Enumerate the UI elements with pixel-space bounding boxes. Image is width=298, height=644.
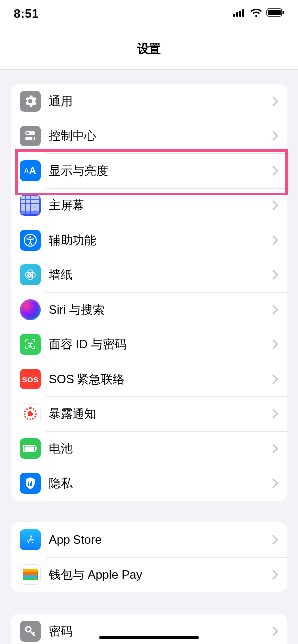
settings-row-label: 通用 bbox=[49, 93, 272, 109]
chevron-right-icon bbox=[272, 374, 278, 384]
settings-row-label: 显示与亮度 bbox=[49, 163, 272, 179]
status-icons bbox=[233, 8, 284, 19]
chevron-right-icon bbox=[272, 235, 278, 245]
text-size-icon: AA bbox=[20, 160, 41, 181]
wallpaper-icon bbox=[20, 264, 41, 285]
key-icon bbox=[20, 621, 41, 642]
switches-icon bbox=[20, 126, 41, 146]
settings-row-label: 控制中心 bbox=[49, 128, 272, 144]
wifi-icon bbox=[250, 8, 262, 19]
settings-row-display-brightness[interactable]: AA 显示与亮度 bbox=[11, 153, 287, 188]
navbar: 设置 bbox=[0, 27, 298, 70]
svg-rect-3 bbox=[242, 9, 244, 17]
chevron-right-icon bbox=[272, 305, 278, 315]
exposure-icon bbox=[20, 403, 41, 424]
svg-point-19 bbox=[31, 343, 32, 344]
settings-row-label: SOS 紧急联络 bbox=[49, 371, 272, 387]
settings-group-2: App Store 钱包与 Apple Pay bbox=[11, 522, 287, 592]
faceid-icon bbox=[20, 334, 41, 355]
settings-group-1: 通用 控制中心 AA 显示与亮度 主屏幕 bbox=[11, 84, 287, 501]
wallet-icon bbox=[20, 564, 41, 585]
settings-row-appstore[interactable]: App Store bbox=[11, 522, 287, 557]
content-area: 通用 控制中心 AA 显示与亮度 主屏幕 bbox=[0, 70, 298, 644]
settings-row-accessibility[interactable]: 辅助功能 bbox=[11, 223, 287, 258]
settings-row-general[interactable]: 通用 bbox=[11, 84, 287, 119]
status-time: 8:51 bbox=[14, 7, 39, 21]
accessibility-icon bbox=[20, 230, 41, 251]
svg-point-12 bbox=[29, 236, 31, 238]
chevron-right-icon bbox=[272, 570, 278, 580]
battery-icon bbox=[20, 438, 41, 459]
svg-point-18 bbox=[28, 343, 29, 344]
chevron-right-icon bbox=[272, 535, 278, 545]
settings-row-battery[interactable]: 电池 bbox=[11, 431, 287, 466]
chevron-right-icon bbox=[272, 96, 278, 106]
settings-row-wallpaper[interactable]: 墙纸 bbox=[11, 258, 287, 292]
settings-row-passwords[interactable]: 密码 bbox=[11, 614, 287, 644]
settings-row-siri[interactable]: Siri 与搜索 bbox=[11, 292, 287, 327]
sos-icon: SOS bbox=[20, 369, 41, 389]
chevron-right-icon bbox=[272, 131, 278, 141]
chevron-right-icon bbox=[272, 409, 278, 419]
chevron-right-icon bbox=[272, 478, 278, 488]
settings-row-privacy[interactable]: 隐私 bbox=[11, 466, 287, 501]
settings-row-home-screen[interactable]: 主屏幕 bbox=[11, 188, 287, 223]
settings-row-label: 面容 ID 与密码 bbox=[49, 336, 272, 352]
svg-rect-0 bbox=[233, 14, 235, 17]
settings-row-control-center[interactable]: 控制中心 bbox=[11, 119, 287, 153]
chevron-right-icon bbox=[272, 200, 278, 210]
home-indicator[interactable] bbox=[99, 636, 199, 639]
svg-rect-22 bbox=[36, 447, 38, 450]
svg-rect-21 bbox=[25, 447, 34, 451]
appstore-icon bbox=[20, 529, 41, 550]
chevron-right-icon bbox=[272, 339, 278, 349]
settings-row-label: 电池 bbox=[49, 441, 272, 456]
settings-row-label: 暴露通知 bbox=[49, 406, 272, 422]
page-title: 设置 bbox=[137, 41, 161, 57]
svg-rect-5 bbox=[268, 10, 281, 15]
siri-icon bbox=[20, 299, 41, 320]
settings-group-3: 密码 bbox=[11, 614, 287, 644]
svg-point-10 bbox=[32, 137, 34, 140]
settings-row-sos[interactable]: SOS SOS 紧急联络 bbox=[11, 362, 287, 396]
gear-icon bbox=[20, 91, 41, 112]
chevron-right-icon bbox=[272, 270, 278, 280]
settings-row-label: 辅助功能 bbox=[49, 232, 272, 248]
home-screen-icon bbox=[20, 195, 41, 216]
privacy-icon bbox=[20, 473, 41, 494]
settings-row-exposure[interactable]: 暴露通知 bbox=[11, 396, 287, 431]
settings-row-label: 钱包与 Apple Pay bbox=[49, 567, 272, 582]
svg-rect-6 bbox=[283, 11, 284, 14]
svg-point-8 bbox=[26, 132, 29, 134]
status-bar: 8:51 bbox=[0, 0, 298, 27]
settings-row-label: Siri 与搜索 bbox=[49, 302, 272, 318]
chevron-right-icon bbox=[272, 444, 278, 453]
cellular-icon bbox=[233, 9, 246, 19]
chevron-right-icon bbox=[272, 166, 278, 176]
chevron-right-icon bbox=[272, 626, 278, 636]
settings-row-label: 隐私 bbox=[49, 475, 272, 491]
settings-row-label: 墙纸 bbox=[49, 267, 272, 283]
svg-rect-1 bbox=[236, 12, 238, 17]
settings-row-wallet[interactable]: 钱包与 Apple Pay bbox=[11, 557, 287, 592]
settings-row-label: 主屏幕 bbox=[49, 197, 272, 213]
battery-icon bbox=[266, 8, 284, 19]
settings-row-faceid[interactable]: 面容 ID 与密码 bbox=[11, 327, 287, 362]
svg-rect-2 bbox=[239, 11, 241, 17]
settings-row-label: App Store bbox=[49, 533, 272, 547]
